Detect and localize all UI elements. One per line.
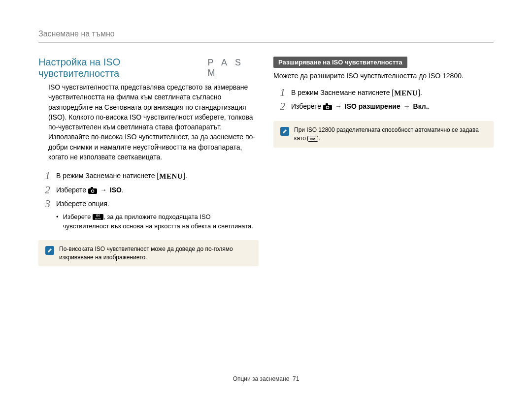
step-text: Изберете → ISO разширение → Вкл.. bbox=[291, 100, 494, 112]
svg-text:ISO: ISO bbox=[96, 215, 100, 217]
bullet-text-fragment: Изберете bbox=[63, 213, 93, 220]
manual-page: Заснемане на тъмно Настройка на ISO чувс… bbox=[0, 0, 532, 401]
step-text-bold: Вкл. bbox=[413, 102, 428, 110]
step-text-fragment: . bbox=[428, 102, 430, 110]
step-text: В режим Заснемане натиснете [MENU]. bbox=[56, 170, 259, 182]
svg-rect-8 bbox=[326, 103, 328, 105]
note-box: При ISO 12800 разделителната способност … bbox=[273, 121, 494, 148]
step-text: Изберете → ISO. bbox=[56, 184, 259, 196]
arrow-separator: → bbox=[97, 186, 110, 194]
step-text-fragment: Изберете bbox=[56, 186, 88, 194]
section-badge: Разширяване на ISO чувствителността bbox=[273, 57, 407, 68]
right-column: Разширяване на ISO чувствителността Може… bbox=[273, 57, 494, 266]
svg-text:3M: 3M bbox=[310, 136, 315, 141]
bullet-item: • Изберете ISOAUTO, за да приложите подх… bbox=[56, 213, 259, 231]
step-item: 1 В режим Заснемане натиснете [MENU]. bbox=[273, 87, 494, 98]
step-text-bold: ISO bbox=[110, 186, 122, 194]
step-number: 3 bbox=[38, 198, 50, 210]
mode-indicators: P A S M bbox=[207, 58, 259, 78]
step-item: 2 Изберете → ISO. bbox=[38, 184, 259, 196]
camera-icon bbox=[323, 103, 332, 111]
note-text: При ISO 12800 разделителната способност … bbox=[294, 126, 487, 143]
header-divider bbox=[38, 42, 494, 43]
section-title: Настройка на ISO чувствителността bbox=[38, 57, 200, 79]
note-box: По-високата ISO чувствителност може да д… bbox=[38, 240, 259, 267]
menu-icon: MENU bbox=[159, 172, 183, 181]
step-text-fragment: В режим Заснемане натиснете [ bbox=[291, 89, 394, 96]
svg-text:AUTO: AUTO bbox=[95, 217, 101, 220]
step-item: 2 Изберете → ISO разширение → Вкл.. bbox=[273, 100, 494, 112]
iso-auto-icon: ISOAUTO bbox=[93, 213, 103, 222]
content-columns: Настройка на ISO чувствителността P A S … bbox=[38, 57, 494, 266]
pencil-note-icon bbox=[45, 246, 54, 255]
step-text-fragment: В режим Заснемане натиснете [ bbox=[56, 172, 159, 180]
breadcrumb: Заснемане на тъмно bbox=[38, 30, 494, 38]
section-body: ISO чувствителността представлява средст… bbox=[48, 82, 259, 162]
step-text-fragment: ]. bbox=[183, 172, 187, 180]
svg-rect-1 bbox=[91, 187, 93, 189]
page-footer: Опции за заснемане 71 bbox=[0, 375, 532, 382]
camera-icon bbox=[88, 186, 97, 194]
step-item: 1 В режим Заснемане натиснете [MENU]. bbox=[38, 170, 259, 182]
resolution-3m-icon: 3M bbox=[307, 135, 318, 143]
svg-point-10 bbox=[327, 107, 329, 109]
step-number: 1 bbox=[273, 87, 285, 98]
step-number: 2 bbox=[38, 184, 50, 196]
arrow-separator: → bbox=[400, 102, 413, 110]
step-text: В режим Заснемане натиснете [MENU]. bbox=[291, 87, 494, 98]
note-text-fragment: . bbox=[318, 135, 320, 142]
step-text-fragment: Изберете bbox=[291, 102, 323, 110]
bullet-text: Изберете ISOAUTO, за да приложите подход… bbox=[63, 213, 259, 231]
svg-point-3 bbox=[92, 190, 94, 192]
step-number: 1 bbox=[38, 170, 50, 182]
step-number: 2 bbox=[273, 100, 285, 112]
footer-page-number: 71 bbox=[293, 375, 299, 382]
footer-section: Опции за заснемане bbox=[233, 375, 290, 382]
step-item: 3 Изберете опция. bbox=[38, 198, 259, 210]
step-text-bold: ISO разширение bbox=[345, 102, 400, 110]
step-text-fragment: ]. bbox=[418, 89, 422, 96]
note-text: По-високата ISO чувствителност може да д… bbox=[59, 245, 252, 262]
pencil-note-icon bbox=[280, 127, 289, 136]
left-column: Настройка на ISO чувствителността P A S … bbox=[38, 57, 259, 266]
step-text: Изберете опция. bbox=[56, 198, 259, 210]
bullet-marker: • bbox=[56, 213, 59, 231]
arrow-separator: → bbox=[332, 102, 345, 110]
step-text-fragment: . bbox=[122, 186, 124, 194]
menu-icon: MENU bbox=[394, 89, 418, 98]
section-intro: Можете да разширите ISO чувствителността… bbox=[273, 72, 494, 80]
section-title-row: Настройка на ISO чувствителността P A S … bbox=[38, 57, 259, 79]
note-text-fragment: При ISO 12800 разделителната способност … bbox=[294, 126, 479, 142]
